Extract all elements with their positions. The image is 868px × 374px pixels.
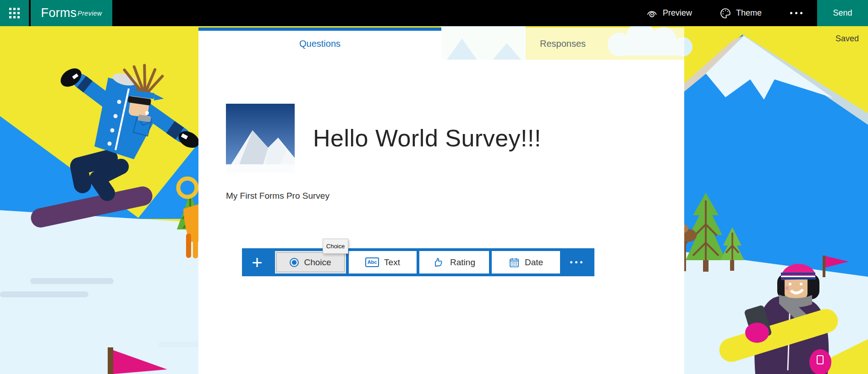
theme-canvas: Saved Questions Responses [0,26,868,374]
text-question-button[interactable]: Abc Text [349,251,417,274]
eye-icon [646,8,658,19]
palette-icon [720,7,731,19]
topbar-actions: Preview Theme Send [632,0,868,26]
theme-button[interactable]: Theme [706,0,775,26]
forms-app: FormsPreview Preview [0,0,868,374]
forms-logo-preview-sup: Preview [77,10,102,17]
more-dots-icon [570,261,572,263]
tab-bar: Questions Responses [198,28,684,60]
form-editor-card: Questions Responses [198,28,684,374]
tab-responses-label: Responses [540,39,586,49]
calendar-icon [509,257,520,268]
more-question-types-button[interactable] [570,261,582,263]
form-description[interactable]: My First Forms Pro Survey [226,191,684,201]
saved-status: Saved [835,34,859,44]
add-question-toolbar: + Choice Abc Text [242,248,594,276]
topbar-more-button[interactable] [775,0,817,26]
app-launcher-button[interactable] [0,0,29,26]
forms-logo-text: Forms [41,6,77,20]
tab-questions[interactable]: Questions [198,28,441,60]
questions-panel: Hello World Survey!!! My First Forms Pro… [198,60,684,374]
abc-icon: Abc [365,257,379,267]
waffle-icon [9,8,20,18]
theme-button-label: Theme [736,8,762,18]
choice-tooltip: Choice [323,239,348,254]
choice-question-button[interactable]: Choice [275,251,346,274]
send-button[interactable]: Send [817,0,868,26]
add-question-button[interactable]: + [242,249,272,276]
add-question-toolbar-wrap: Choice + Choice Abc Text [242,248,594,276]
tab-responses[interactable]: Responses [441,28,684,60]
preview-button-label: Preview [663,8,692,18]
form-header: Hello World Survey!!! [226,104,684,173]
rating-button-label: Rating [450,257,475,268]
text-button-label: Text [384,257,400,268]
thumbs-up-icon [433,257,445,268]
rating-question-button[interactable]: Rating [419,251,489,274]
choice-button-label: Choice [304,257,331,268]
form-title[interactable]: Hello World Survey!!! [313,124,541,152]
date-question-button[interactable]: Date [492,251,560,274]
send-button-label: Send [833,8,852,18]
radio-icon [290,258,299,267]
date-button-label: Date [525,257,543,268]
ellipsis-icon [790,12,792,14]
tab-questions-label: Questions [299,39,341,49]
preview-button[interactable]: Preview [632,0,706,26]
top-app-bar: FormsPreview Preview [0,0,868,26]
forms-logo[interactable]: FormsPreview [31,0,112,26]
mountain-photo [226,104,295,173]
form-title-image[interactable] [226,104,295,173]
